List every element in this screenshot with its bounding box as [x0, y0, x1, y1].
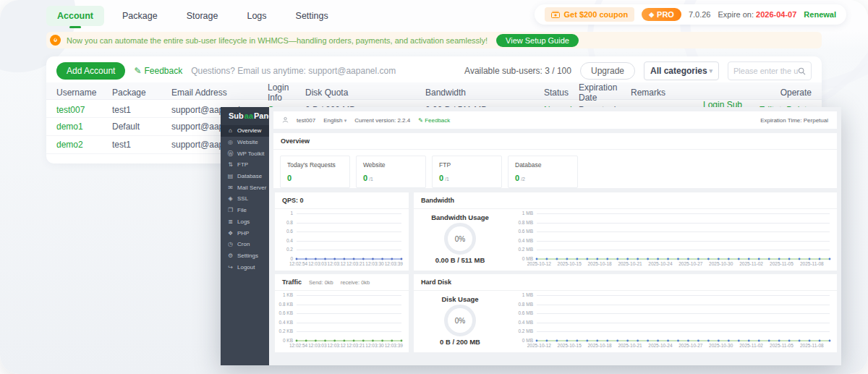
disk-usage-label: Disk Usage [441, 295, 478, 303]
sidebar-item-database[interactable]: ▤Database [221, 171, 269, 182]
coupon-button[interactable]: Get $200 coupon [545, 7, 634, 22]
tab-settings[interactable]: Settings [285, 6, 339, 26]
sidebar-menu: ⌂Overview◎WebsiteⓌWP Toolkit⇅FTP▤Databas… [221, 125, 269, 273]
add-account-button[interactable]: Add Account [56, 62, 125, 80]
sub-panel-logo: SubaaPanel [221, 107, 269, 125]
ssl-icon: ◈ [227, 195, 234, 202]
col-header: Operate [703, 88, 812, 98]
qps-chart-card: QPS: 0 10.80.60.40.2012:02:5412:03:0312:… [275, 192, 409, 271]
tab-package[interactable]: Package [111, 6, 169, 26]
sidebar-item-label: PHP [237, 230, 249, 237]
stat-value: 0/2 [515, 174, 571, 182]
sub-panel-header: test007 English ▾ Current version: 2.2.4… [273, 111, 837, 129]
tab-account[interactable]: Account [46, 6, 104, 26]
tab-storage[interactable]: Storage [176, 6, 229, 26]
col-header: Login Info [268, 82, 305, 103]
sidebar-item-logs[interactable]: ≣Logs [221, 216, 269, 228]
logout-icon: ↪ [227, 264, 234, 271]
search-icon[interactable] [798, 67, 806, 75]
line-series [275, 208, 409, 271]
settings-icon: ⚙ [227, 252, 234, 259]
username-link[interactable]: demo2 [56, 140, 112, 150]
username-search [728, 61, 812, 80]
col-header: Username [56, 88, 112, 98]
bandwidth-title: Bandwidth [414, 192, 837, 209]
sidebar-item-label: Website [237, 139, 258, 145]
col-header: Status [544, 88, 579, 98]
sidebar-item-website[interactable]: ◎Website [221, 137, 269, 148]
stat-value: 0 [287, 174, 343, 182]
bandwidth-chart-card: Bandwidth Bandwidth Usage 0% 0.00 B / 51… [414, 192, 837, 271]
traffic-title: Traffic Send: 0kb receive: 0kb [275, 274, 409, 291]
sidebar-item-mail-server[interactable]: ✉Mail Server [221, 182, 269, 193]
app-window: AccountPackageStorageLogsSettings Get $2… [0, 0, 868, 374]
sidebar-item-cron[interactable]: ◷Cron [221, 239, 269, 250]
tab-logs[interactable]: Logs [236, 6, 277, 26]
overview-title: Overview [273, 133, 837, 150]
col-header: Bandwidth [425, 88, 544, 98]
chevron-down-icon: ▾ [709, 67, 712, 75]
sidebar-item-overview[interactable]: ⌂Overview [221, 125, 269, 137]
bandwidth-usage-value: 0.00 B / 511 MB [435, 256, 485, 264]
logo-text-accent: aa [244, 111, 253, 120]
sidebar-item-label: File [237, 207, 247, 213]
sidebar-item-label: FTP [237, 161, 248, 168]
qps-chart: 10.80.60.40.2012:02:5412:03:0312:03:1212… [275, 208, 409, 271]
sidebar-item-label: Logs [237, 218, 250, 225]
sidebar-item-label: Mail Server [237, 184, 266, 191]
sidebar-item-label: Database [237, 173, 262, 179]
overview-section: Overview Today's Requests0Website0/1FTP0… [273, 133, 837, 188]
col-header: Expiration Date [579, 82, 631, 103]
panel-version: 7.0.26 [689, 10, 711, 19]
top-tabs: AccountPackageStorageLogsSettings [46, 6, 339, 26]
pro-badge[interactable]: ◆ PRO [642, 8, 681, 21]
feedback-label: Feedback [144, 66, 182, 76]
harddisk-chart-card: Hard Disk Disk Usage 0% 0 B / 200 MB 1 M… [414, 274, 837, 352]
banner-text: Now you can automate the entire sub-user… [67, 36, 488, 45]
view-setup-guide-button[interactable]: View Setup Guide [496, 34, 579, 47]
sidebar-item-logout[interactable]: ↪Logout [221, 261, 269, 273]
edit-icon: ✎ [134, 66, 141, 76]
renewal-link[interactable]: Renewal [804, 10, 836, 19]
sub-panel-main: test007 English ▾ Current version: 2.2.4… [269, 107, 841, 365]
sidebar-item-ftp[interactable]: ⇅FTP [221, 159, 269, 171]
col-header: Remarks [631, 88, 703, 98]
user-icon [282, 116, 289, 124]
language-select[interactable]: English ▾ [323, 117, 346, 124]
feedback-link[interactable]: ✎ Feedback [134, 66, 182, 76]
stat-card-ftp: FTP0/1 [432, 156, 502, 188]
available-subusers-text: Available sub-users: 3 / 100 [464, 66, 571, 76]
traffic-receive-label: receive: 0kb [341, 279, 370, 286]
bandwidth-donut: 0% [444, 223, 476, 255]
sub-aapanel-window: SubaaPanel ⌂Overview◎WebsiteⓌWP Toolkit⇅… [221, 107, 841, 365]
database-icon: ▤ [227, 173, 234, 179]
table-header: UsernamePackageEmail AddressLogin InfoDi… [46, 82, 822, 100]
sidebar-item-ssl[interactable]: ◈SSL [221, 193, 269, 205]
category-select[interactable]: All categories ▾ [644, 61, 719, 80]
sidebar-item-php[interactable]: ❖PHP [221, 227, 269, 239]
stat-label: Database [515, 161, 571, 169]
sidebar-item-wp-toolkit[interactable]: ⓌWP Toolkit [221, 148, 269, 159]
sub-feedback-link[interactable]: ✎ Feedback [418, 117, 450, 124]
support-email-text: Questions? Email us anytime: support@aap… [191, 66, 396, 76]
qps-title: QPS: 0 [275, 192, 409, 209]
wordpress-icon: Ⓦ [227, 150, 234, 158]
stat-value: 0/1 [363, 174, 419, 182]
username-link[interactable]: demo1 [56, 122, 112, 132]
globe-icon: ◎ [227, 139, 234, 145]
sidebar-item-file[interactable]: ❐File [221, 205, 269, 216]
package-cell: Default [112, 122, 171, 132]
expire-label: Expire on: [718, 10, 754, 19]
stat-label: FTP [439, 161, 495, 169]
username-link[interactable]: test007 [56, 105, 112, 115]
bandwidth-gauge: Bandwidth Usage 0% 0.00 B / 511 MB [414, 208, 506, 271]
stat-card-today-s-requests: Today's Requests0 [280, 156, 350, 188]
search-input[interactable] [733, 67, 798, 75]
disk-donut: 0% [444, 305, 476, 336]
upgrade-button[interactable]: Upgrade [580, 62, 635, 80]
stat-suffix: /2 [521, 177, 525, 182]
stat-card-website: Website0/1 [356, 156, 426, 188]
sidebar-item-label: WP Toolkit [237, 150, 265, 157]
mail-icon: ✉ [227, 184, 234, 191]
sidebar-item-settings[interactable]: ⚙Settings [221, 250, 269, 262]
